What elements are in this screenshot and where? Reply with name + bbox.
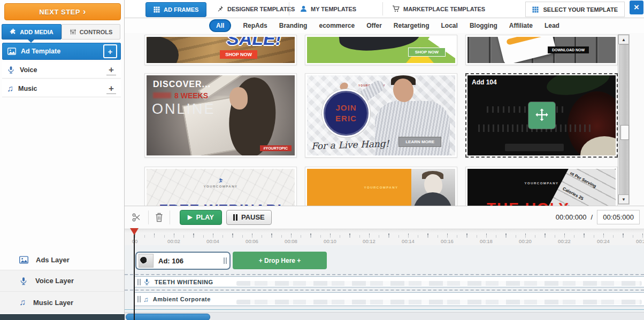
timeline-toolbar: ▶ PLAY PAUSE 00:00:000 / 00:05:000 (125, 206, 644, 228)
ad-clip[interactable]: Ad: 106 (135, 252, 231, 270)
trash-icon[interactable] (155, 213, 163, 222)
cut-scissors-icon[interactable] (131, 213, 142, 222)
voice-layer-row[interactable]: Voice Layer (0, 270, 124, 292)
sidebar-item-voice[interactable]: Voice + (2, 61, 121, 79)
template-tile-join-eric[interactable]: YOURCOMPANY JOIN ERIC For a Live Hang! L… (305, 73, 457, 158)
voice-waveform (236, 281, 642, 286)
add-ad-template-button[interactable]: + (103, 44, 117, 58)
ad-clip-label: Ad: 106 (158, 257, 221, 265)
filter-local[interactable]: Local (441, 22, 458, 29)
microphone-icon (143, 278, 150, 285)
pause-button[interactable]: PAUSE (226, 210, 272, 225)
template-grid: SALE! SHOP NOW SHOP NOW DOWNLOAD NOW (125, 33, 644, 206)
track-bottom-line (125, 309, 644, 310)
scroll-up-button[interactable]: ▲ (618, 35, 629, 44)
tab-label: AD FRAMES (164, 6, 198, 13)
music-clip-label: Ambient Corporate (153, 296, 211, 302)
join-eric-badge: JOIN ERIC (322, 89, 370, 137)
play-label: PLAY (196, 213, 213, 221)
tab-separator (289, 2, 289, 15)
tab-add-media[interactable]: ADD MEDIA (2, 24, 62, 40)
filter-retargeting[interactable]: Retargeting (394, 22, 430, 29)
scroll-down-button[interactable]: ▼ (618, 194, 629, 204)
resize-handle[interactable] (224, 257, 227, 264)
ads-layer-row[interactable]: Ads Layer (0, 250, 124, 270)
tab-designer-templates[interactable]: DESIGNER TEMPLATES (217, 0, 295, 18)
yourtopic-tag: #YOURTOPIC (260, 145, 292, 151)
grid-icon (532, 6, 539, 13)
sidebar: NEXT STEP › ADD MEDIA CONTROLS Ad Templa… (0, 0, 125, 320)
tab-marketplace-templates[interactable]: MARKETPLACE TEMPLATES (392, 0, 485, 18)
current-time: 00:00:000 (556, 213, 587, 221)
music-waveform (236, 300, 642, 305)
filter-offer[interactable]: Offer (366, 22, 382, 29)
total-time-field[interactable]: 00:05:000 (597, 210, 640, 224)
scrollbar-thumb[interactable] (620, 125, 629, 140)
drop-here-zone[interactable]: + Drop Here + (233, 252, 327, 269)
track-separator (125, 290, 644, 291)
filter-all[interactable]: All (209, 19, 231, 32)
tab-controls[interactable]: CONTROLS (62, 24, 120, 40)
playhead-marker[interactable] (130, 228, 139, 235)
image-icon (19, 256, 28, 264)
discover-line1: DISCOVER... (153, 80, 211, 89)
music-layer-row[interactable]: ♫ Music Layer (0, 292, 124, 313)
template-tile-the-ugly[interactable]: nt Per Serving Calories 25 Total Fat YOU… (465, 167, 618, 206)
puzzle-icon (10, 28, 17, 35)
play-icon: ▶ (188, 214, 192, 221)
voice-clip[interactable]: TEETH WHITENING (135, 276, 644, 287)
template-tile-shoe[interactable]: SHOP NOW (305, 35, 457, 65)
template-tile-add-104-selected[interactable]: Add 104 (465, 73, 618, 158)
sidebar-item-ad-template[interactable]: Ad Template + (2, 43, 121, 60)
filter-branding[interactable]: Branding (279, 22, 308, 29)
sidebar-item-music[interactable]: ♫ Music + (2, 80, 121, 97)
image-icon (7, 48, 16, 55)
microphone-icon (19, 277, 28, 285)
sale-title: SALE! (227, 37, 281, 49)
tab-ad-frames[interactable]: AD FRAMES (145, 2, 206, 17)
template-tabbar: AD FRAMES DESIGNER TEMPLATES MY TEMPLATE… (125, 0, 644, 18)
toolbar-separator (148, 210, 149, 224)
music-clip[interactable]: ♫ Ambient Corporate (135, 292, 644, 306)
playhead-line (134, 228, 135, 320)
scrollbar-thumb[interactable] (126, 314, 210, 320)
select-your-template-button[interactable]: SELECT YOUR TEMPLATE (525, 2, 625, 17)
close-button[interactable]: × (630, 1, 643, 14)
filter-repads[interactable]: RepAds (243, 22, 267, 29)
template-tile-30-days[interactable]: YOURCOMPANY 30 Days (305, 167, 457, 206)
filter-blogging[interactable]: Blogging (470, 22, 497, 29)
music-note-icon: ♫ (7, 84, 13, 93)
template-tile-download[interactable]: DOWNLOAD NOW (465, 35, 618, 65)
tab-my-templates[interactable]: MY TEMPLATES (300, 0, 356, 18)
add-voice-button[interactable]: + (106, 65, 116, 75)
vertical-scrollbar[interactable]: ▲ ▼ (618, 34, 630, 205)
scrollbar-track[interactable] (619, 44, 629, 196)
ruler-ticks-minor (135, 235, 643, 238)
ugly-title: THE UGLY (487, 200, 570, 206)
drag-handle[interactable] (137, 279, 141, 285)
template-tile-discover[interactable]: DISCOVER... 8 WEEKS ONLINE #YOURTOPIC (144, 73, 297, 158)
filter-lead[interactable]: Lead (545, 22, 559, 29)
filter-affiliate[interactable]: Affiliate (509, 22, 533, 29)
tab-separator (382, 2, 383, 15)
timeline-ruler[interactable]: 00 00:02 00:04 00:06 00:08 00:10 00:12 0… (125, 229, 644, 245)
filter-ecommerce[interactable]: ecommerce (319, 22, 355, 29)
horizontal-scrollbar[interactable] (125, 312, 644, 320)
drag-handle[interactable] (137, 296, 141, 302)
next-step-button[interactable]: NEXT STEP › (4, 3, 121, 20)
cart-icon (392, 5, 400, 12)
filter-bar: All RepAds Branding ecommerce Offer Reta… (125, 18, 644, 33)
pin-icon (217, 5, 224, 12)
play-button[interactable]: ▶ PLAY (180, 210, 222, 225)
template-tile-webinar[interactable]: YOURCOMPANY FREE WEBINAR! (144, 167, 297, 206)
timeline-panel: ▶ PLAY PAUSE 00:00:000 / 00:05:000 00 00… (125, 206, 644, 320)
ad-clip-thumbnail (139, 254, 154, 268)
sliders-icon (70, 28, 76, 35)
voice-layer-label: Voice Layer (35, 277, 74, 285)
music-note-icon: ♫ (143, 296, 149, 303)
download-now-button: DOWNLOAD NOW (548, 46, 589, 53)
template-tile-sale[interactable]: SALE! SHOP NOW (144, 35, 297, 65)
sidebar-item-label: Music (18, 85, 106, 92)
add-music-button[interactable]: + (106, 83, 116, 94)
drag-handle[interactable] (528, 102, 555, 129)
